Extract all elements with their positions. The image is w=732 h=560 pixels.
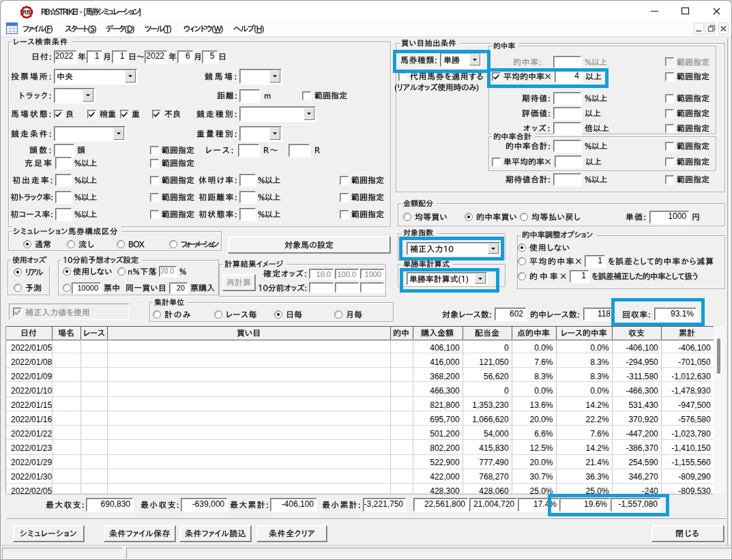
svg-text:RB: RB (23, 9, 31, 16)
